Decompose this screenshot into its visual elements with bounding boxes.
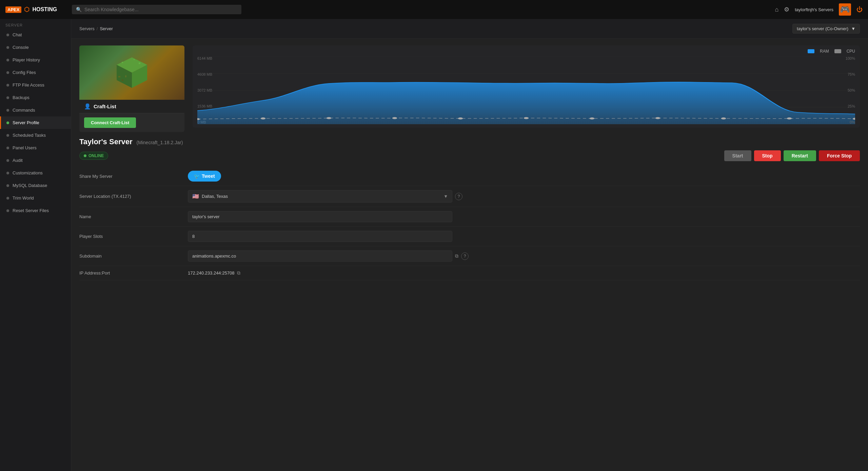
subdomain-value: ⧉ ? <box>188 250 860 262</box>
status-dot <box>84 154 86 157</box>
sidebar-item-server-profile[interactable]: Server Profile <box>0 116 71 129</box>
sidebar-item-audit[interactable]: Audit <box>0 154 71 167</box>
stop-button[interactable]: Stop <box>754 150 781 161</box>
sidebar-item-scheduled-tasks[interactable]: Scheduled Tasks <box>0 129 71 142</box>
cpu-legend-box <box>834 49 841 53</box>
sidebar-item-label-ftp: FTP File Access <box>13 82 44 88</box>
sidebar-dot-audit <box>6 159 9 162</box>
share-label: Share My Server <box>79 174 188 179</box>
start-button[interactable]: Start <box>724 150 751 161</box>
sidebar-item-player-history[interactable]: Player History <box>0 54 71 66</box>
player-slots-row: Player Slots <box>79 227 860 246</box>
sidebar-item-config-files[interactable]: Config Files <box>0 66 71 79</box>
name-label: Name <box>79 214 188 219</box>
ip-copy-icon[interactable]: ⧉ <box>237 270 240 276</box>
sidebar-dot-trim-world <box>6 197 9 200</box>
share-row: Share My Server 🐦 Tweet <box>79 167 860 186</box>
server-selector-chevron: ▼ <box>851 26 855 31</box>
sidebar-item-label-mysql: MySQL Database <box>13 183 47 188</box>
sidebar-dot-reset <box>6 209 9 212</box>
server-selector[interactable]: taylor's server (Co-Owner) ▼ <box>792 24 860 34</box>
force-stop-button[interactable]: Force Stop <box>819 150 860 161</box>
svg-point-22 <box>721 117 726 119</box>
sidebar-dot-scheduled-tasks <box>6 134 9 137</box>
sidebar-item-label-scheduled-tasks: Scheduled Tasks <box>13 133 46 138</box>
player-slots-input[interactable] <box>188 231 452 242</box>
location-help-icon[interactable]: ? <box>455 193 462 200</box>
ip-address-value: 172.240.233.244:25708 ⧉ <box>188 270 860 276</box>
connect-craftlist-button[interactable]: Connect Craft-List <box>84 117 136 128</box>
sidebar-dot-config-files <box>6 71 9 74</box>
chart-wrapper: 6144 MB 4608 MB 3072 MB 1536 MB 0 MB <box>197 56 855 124</box>
svg-point-17 <box>392 117 397 119</box>
breadcrumb: Servers / Server <box>79 26 113 31</box>
twitter-icon: 🐦 <box>194 173 200 179</box>
sidebar-item-label-audit: Audit <box>13 158 23 163</box>
tweet-label: Tweet <box>202 173 215 179</box>
name-input[interactable] <box>188 211 452 222</box>
sidebar-item-mysql-database[interactable]: MySQL Database <box>0 179 71 192</box>
sidebar-dot-player-history <box>6 59 9 61</box>
ip-address-row: IP Address:Port 172.240.233.244:25708 ⧉ <box>79 266 860 280</box>
sidebar-item-commands[interactable]: Commands <box>0 104 71 116</box>
sidebar-section-label: Server <box>0 19 71 29</box>
location-select[interactable]: 🇺🇸 Dallas, Texas ▼ <box>188 190 452 203</box>
svg-rect-7 <box>122 79 123 81</box>
sidebar-item-ftp-file-access[interactable]: FTP File Access <box>0 79 71 91</box>
svg-rect-6 <box>118 76 120 77</box>
svg-point-23 <box>787 117 792 119</box>
main-layout: Server Chat Console Player History Confi… <box>0 19 868 471</box>
search-input[interactable] <box>84 7 237 12</box>
settings-icon[interactable]: ⚙ <box>784 6 789 13</box>
sidebar-item-customizations[interactable]: Customizations <box>0 167 71 179</box>
sidebar-item-label-reset: Reset Server Files <box>13 208 49 213</box>
chart-y-right-3: 25% <box>842 104 855 108</box>
subdomain-help-icon[interactable]: ? <box>461 252 469 260</box>
ip-address-label: IP Address:Port <box>79 270 188 276</box>
svg-point-21 <box>655 117 660 119</box>
sidebar-item-reset-server-files[interactable]: Reset Server Files <box>0 204 71 217</box>
chart-svg <box>197 56 855 124</box>
server-card: 👤 Craft-List Connect Craft-List <box>79 45 184 132</box>
location-text: Dallas, Texas <box>202 194 228 199</box>
status-row: ONLINE Start Stop Restart Force Stop <box>79 150 860 161</box>
sidebar-item-backups[interactable]: Backups <box>0 91 71 104</box>
server-location-row: Server Location (TX.4127) 🇺🇸 Dallas, Tex… <box>79 186 860 207</box>
server-card-image <box>79 45 184 100</box>
ram-legend-label: RAM <box>820 49 829 54</box>
chart-legend: RAM CPU <box>197 49 855 54</box>
sidebar-item-label-config-files: Config Files <box>13 70 36 75</box>
sidebar-item-panel-users[interactable]: Panel Users <box>0 142 71 154</box>
breadcrumb-servers-link[interactable]: Servers <box>79 26 95 31</box>
content-inner: 👤 Craft-List Connect Craft-List RAM CPU <box>71 39 868 287</box>
subdomain-copy-icon[interactable]: ⧉ <box>455 253 458 259</box>
name-row: Name <box>79 207 860 227</box>
logo-icon: ⬡ <box>24 6 29 13</box>
search-bar[interactable]: 🔍 <box>72 5 241 14</box>
sidebar-dot-mysql <box>6 184 9 187</box>
logo-name: HOSTING <box>32 6 57 13</box>
sidebar-item-label-panel-users: Panel Users <box>13 145 37 150</box>
server-jar: (Minecraft_1.18.2.Jar) <box>136 140 183 145</box>
topbar: APEX ⬡ HOSTING 🔍 ⌂ ⚙ taylorftnjh's Serve… <box>0 0 868 19</box>
craftlist-icon: 👤 <box>84 103 91 110</box>
sidebar-dot-customizations <box>6 172 9 174</box>
sidebar-item-label-server-profile: Server Profile <box>13 120 39 125</box>
server-name: Taylor's Server <box>79 137 132 146</box>
user-info: taylorftnjh's Servers <box>795 7 833 12</box>
craftlist-header: 👤 Craft-List <box>79 100 184 113</box>
home-icon[interactable]: ⌂ <box>775 6 778 13</box>
server-location-label: Server Location (TX.4127) <box>79 194 188 199</box>
subdomain-input[interactable] <box>188 250 452 262</box>
restart-button[interactable]: Restart <box>784 150 816 161</box>
sidebar-item-trim-world[interactable]: Trim World <box>0 192 71 204</box>
tweet-button[interactable]: 🐦 Tweet <box>188 171 221 182</box>
sidebar: Server Chat Console Player History Confi… <box>0 19 71 471</box>
sidebar-item-console[interactable]: Console <box>0 41 71 54</box>
breadcrumb-current: Server <box>100 26 113 31</box>
power-button[interactable]: ⏻ <box>856 6 863 13</box>
svg-point-15 <box>261 117 266 119</box>
sidebar-item-chat[interactable]: Chat <box>0 29 71 41</box>
sidebar-item-label-console: Console <box>13 45 29 50</box>
avatar[interactable]: 🎮 <box>839 3 851 16</box>
